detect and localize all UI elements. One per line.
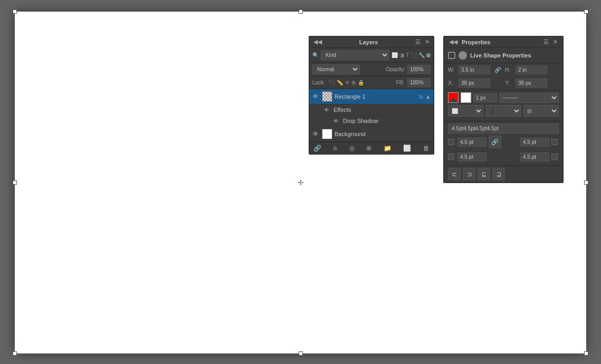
opacity-input[interactable] bbox=[407, 65, 431, 74]
layers-panel-title: Layers bbox=[359, 39, 378, 45]
lock-pixels-icon[interactable]: ✏️ bbox=[337, 80, 343, 85]
handle-bl[interactable] bbox=[13, 351, 17, 356]
cap-row: ⬜ ⬛ ⊟ bbox=[448, 105, 559, 117]
layers-panel-menu[interactable]: ☰ bbox=[414, 39, 422, 45]
layer-name-effects: Effects bbox=[333, 107, 431, 113]
handle-br[interactable] bbox=[584, 351, 588, 356]
layers-panel: ◀◀ Layers ☰ ✕ 🔍 Kind ⬜ ◑ T ⬛ 🔧 Normal Op… bbox=[309, 36, 434, 155]
x-label: X: bbox=[448, 80, 456, 86]
h-label: H: bbox=[505, 67, 513, 73]
stroke-color-swatch[interactable] bbox=[448, 92, 459, 103]
corner-center-spacer bbox=[489, 150, 501, 163]
filter-smart-icon[interactable]: 🔧 bbox=[418, 52, 425, 58]
live-shape-icon bbox=[448, 52, 455, 59]
w-input[interactable] bbox=[459, 65, 490, 74]
handle-tl[interactable] bbox=[13, 9, 17, 14]
visibility-eye-rectangle1[interactable]: 👁 bbox=[312, 93, 320, 100]
corner-all-display[interactable] bbox=[448, 123, 559, 133]
align-left-icon[interactable]: ⊏ bbox=[448, 168, 461, 180]
handle-tc[interactable] bbox=[299, 9, 303, 14]
filter-pixel-icon[interactable]: ⬜ bbox=[392, 52, 398, 58]
effects-eye-icon[interactable]: 👁 bbox=[324, 107, 329, 113]
stroke-row: ──── - - - bbox=[448, 92, 559, 103]
toolbar-adjustment-icon[interactable]: ⊗ bbox=[366, 145, 371, 152]
layer-fx-icon[interactable]: fx bbox=[419, 94, 423, 100]
filter-adjust-icon[interactable]: ◑ bbox=[399, 52, 404, 58]
fill-input[interactable] bbox=[407, 78, 431, 87]
corner-bl-input[interactable] bbox=[457, 152, 486, 161]
handle-tr[interactable] bbox=[584, 9, 588, 14]
stroke-width-input[interactable] bbox=[473, 93, 497, 102]
toolbar-delete-icon[interactable]: 🗑 bbox=[423, 145, 430, 152]
properties-close[interactable]: ✕ bbox=[552, 39, 559, 45]
layer-thumb-rectangle1 bbox=[322, 91, 332, 102]
toolbar-new-layer-icon[interactable]: ⬜ bbox=[403, 145, 411, 152]
lock-all-icon[interactable]: 🔒 bbox=[358, 80, 364, 85]
align-right-icon[interactable]: ⊑ bbox=[478, 168, 490, 180]
layers-panel-collapse[interactable]: ◀◀ bbox=[312, 39, 323, 45]
stroke-section: ──── - - - ⬜ ⬛ ⊟ bbox=[444, 90, 563, 121]
layers-search-row: 🔍 Kind ⬜ ◑ T ⬛ 🔧 bbox=[309, 48, 434, 63]
align-type-select[interactable]: ⊟ bbox=[523, 105, 559, 117]
blend-mode-row: Normal Opacity: bbox=[309, 63, 434, 76]
layer-item-dropshadow[interactable]: 👁 Drop Shadow bbox=[309, 116, 434, 127]
corner-tl-input[interactable] bbox=[457, 138, 486, 147]
filter-shape-icon[interactable]: ⬛ bbox=[411, 52, 417, 58]
layer-item-rectangle1[interactable]: 👁 Rectangle 1 fx ▲ bbox=[309, 89, 434, 104]
stroke-style-select[interactable]: ──── - - - bbox=[499, 93, 559, 103]
layers-panel-close[interactable]: ✕ bbox=[424, 39, 431, 45]
handle-bc[interactable] bbox=[299, 351, 303, 356]
layer-expand-icon[interactable]: ▲ bbox=[425, 94, 431, 100]
align-top-icon[interactable]: ⊒ bbox=[492, 168, 505, 180]
toolbar-group-icon[interactable]: 📁 bbox=[384, 145, 392, 152]
toolbar-fx-icon[interactable]: fx bbox=[333, 146, 338, 151]
fill-label: Fill: bbox=[396, 80, 404, 85]
fill-color-swatch[interactable] bbox=[461, 92, 471, 103]
blend-mode-select[interactable]: Normal bbox=[312, 64, 360, 74]
wh-row: W: 🔗 H: bbox=[444, 63, 563, 76]
properties-title: Properties bbox=[462, 39, 490, 45]
search-icon: 🔍 bbox=[312, 52, 319, 58]
properties-header: ◀◀ Properties ☰ ✕ bbox=[444, 36, 563, 48]
properties-menu[interactable]: ☰ bbox=[543, 39, 549, 45]
cap-type-select[interactable]: ⬜ bbox=[448, 105, 483, 117]
lock-artboards-icon[interactable]: ⊞ bbox=[351, 80, 356, 85]
crosshair: ✛ bbox=[298, 178, 304, 187]
xy-row: X: Y: bbox=[444, 76, 563, 90]
toolbar-link-icon[interactable]: 🔗 bbox=[313, 145, 321, 152]
lock-transparent-icon[interactable]: ⬛ bbox=[328, 80, 335, 85]
layer-item-background[interactable]: 👁 Background bbox=[309, 127, 434, 142]
join-type-select[interactable]: ⬛ bbox=[485, 105, 521, 117]
x-input[interactable] bbox=[459, 79, 490, 88]
properties-panel: ◀◀ Properties ☰ ✕ Live Shape Properties … bbox=[443, 36, 564, 183]
corner-tr-input[interactable] bbox=[520, 138, 549, 147]
filter-icons: ⬜ ◑ T ⬛ 🔧 bbox=[392, 52, 431, 58]
lock-row: Lock: ⬛ ✏️ ✛ ⊞ 🔒 Fill: bbox=[309, 76, 434, 89]
layer-name-rectangle1: Rectangle 1 bbox=[335, 93, 417, 100]
opacity-label: Opacity: bbox=[386, 66, 405, 72]
corner-link-btn[interactable]: 🔗 bbox=[489, 136, 501, 148]
corner-tr-checkbox[interactable] bbox=[551, 139, 558, 145]
layers-toolbar: 🔗 fx ◎ ⊗ 📁 ⬜ 🗑 bbox=[309, 142, 434, 154]
corner-br-checkbox[interactable] bbox=[551, 154, 558, 160]
h-input[interactable] bbox=[516, 65, 547, 74]
properties-collapse[interactable]: ◀◀ bbox=[448, 39, 459, 45]
corner-bl-checkbox[interactable] bbox=[448, 154, 454, 160]
filter-toggle-dot[interactable] bbox=[426, 53, 431, 58]
layer-item-effects[interactable]: 👁 Effects bbox=[309, 104, 434, 116]
corner-tl-checkbox[interactable] bbox=[448, 139, 454, 145]
corner-br-input[interactable] bbox=[520, 152, 549, 161]
lock-position-icon[interactable]: ✛ bbox=[345, 80, 349, 85]
toolbar-mask-icon[interactable]: ◎ bbox=[349, 145, 355, 152]
filter-type-icon[interactable]: T bbox=[406, 52, 409, 58]
wh-link-icon[interactable]: 🔗 bbox=[492, 67, 503, 73]
corner-section: 🔗 bbox=[444, 121, 563, 165]
y-input[interactable] bbox=[516, 79, 547, 88]
layer-name-background: Background bbox=[335, 131, 431, 137]
layer-kind-select[interactable]: Kind bbox=[321, 50, 389, 60]
handle-ml[interactable] bbox=[13, 180, 17, 185]
dropshadow-eye-icon[interactable]: 👁 bbox=[333, 118, 339, 124]
handle-mr[interactable] bbox=[584, 180, 588, 185]
align-center-icon[interactable]: ⊐ bbox=[463, 168, 475, 180]
visibility-eye-background[interactable]: 👁 bbox=[312, 130, 320, 138]
